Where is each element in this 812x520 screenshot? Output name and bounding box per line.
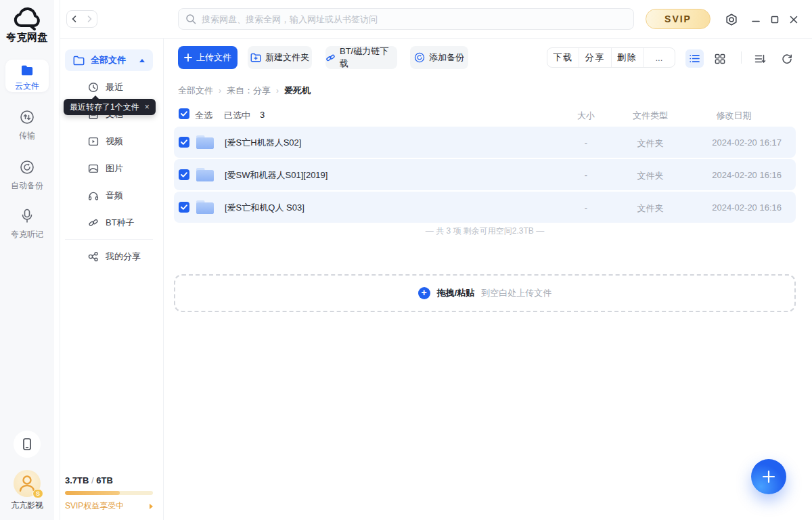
sidebar-item-images[interactable]: 图片 xyxy=(65,159,153,178)
storage-used: 3.7TB xyxy=(65,475,89,485)
column-header-size[interactable]: 大小 xyxy=(566,110,606,122)
add-backup-button[interactable]: 添加备份 xyxy=(410,46,468,69)
dropzone-hint: 到空白处上传文件 xyxy=(481,287,551,299)
svip-benefits-text: SVIP权益享受中 xyxy=(65,500,124,512)
select-all-checkbox[interactable] xyxy=(179,108,189,119)
file-name[interactable]: [爱SW和机器人S01][2019] xyxy=(225,169,328,181)
panel-left-edge xyxy=(60,0,60,520)
row-checkbox[interactable] xyxy=(179,137,189,148)
upload-file-button[interactable]: 上传文件 xyxy=(178,46,238,69)
gear-icon xyxy=(725,13,738,26)
list-header: 全选 已选中 3 大小 文件类型 修改日期 xyxy=(174,107,796,123)
fab-add-button[interactable] xyxy=(751,459,786,494)
recent-transfer-tooltip: 最近转存了1个文件 × xyxy=(64,99,156,115)
tooltip-text: 最近转存了1个文件 xyxy=(70,102,139,113)
user-avatar[interactable]: S xyxy=(14,470,41,497)
file-name[interactable]: [爱S亡和机Q人 S03] xyxy=(225,202,304,214)
back-icon[interactable] xyxy=(70,15,78,23)
user-name: 亢亢影视 xyxy=(0,500,54,511)
plus-icon xyxy=(761,469,776,484)
row-checkbox[interactable] xyxy=(179,202,189,213)
list-view-button[interactable] xyxy=(685,49,704,68)
search-bar[interactable] xyxy=(178,8,634,30)
brand-name: 夸克网盘 xyxy=(0,31,54,44)
rail-item-transfer[interactable]: 传输 xyxy=(5,110,49,142)
sidebar-item-videos[interactable]: 视频 xyxy=(65,132,153,151)
sidebar-item-label: 视频 xyxy=(106,135,123,148)
rail-item-quark-notes[interactable]: 夸克听记 xyxy=(5,209,49,240)
left-rail: 夸克网盘 云文件 传输 自动备份 夸克听记 S 亢亢影视 xyxy=(0,0,54,520)
sidebar-divider xyxy=(163,38,164,520)
new-folder-icon xyxy=(250,53,261,62)
bt-magnet-download-label: BT/磁力链下载 xyxy=(340,45,397,70)
maximize-button[interactable] xyxy=(766,11,784,28)
breadcrumb-item[interactable]: 全部文件 xyxy=(178,85,213,97)
refresh-button[interactable] xyxy=(779,51,795,67)
audio-icon xyxy=(88,190,99,201)
minimize-button[interactable] xyxy=(747,11,765,28)
sidebar-item-label: 全部文件 xyxy=(91,54,139,66)
rail-item-label: 云文件 xyxy=(5,81,49,92)
storage-separator: / xyxy=(89,475,96,485)
folder-icon xyxy=(196,199,215,215)
sidebar-item-recent[interactable]: 最近 xyxy=(65,78,153,97)
file-row[interactable]: [爱SW和机器人S01][2019] - 文件夹 2024-02-20 16:1… xyxy=(174,159,796,190)
row-checkbox[interactable] xyxy=(179,169,189,180)
transfer-icon xyxy=(20,110,35,125)
sidebar-item-all-files[interactable]: 全部文件 xyxy=(65,49,153,71)
new-folder-button[interactable]: 新建文件夹 xyxy=(248,46,312,69)
file-modified: 2024-02-20 16:16 xyxy=(712,170,782,180)
close-button[interactable] xyxy=(785,11,803,28)
search-icon xyxy=(185,14,196,24)
breadcrumb: 全部文件 › 来自：分享 › 爱死机 xyxy=(178,85,311,97)
svip-button[interactable]: SVIP xyxy=(646,9,710,29)
storage-total: 6TB xyxy=(96,475,113,485)
sidebar-item-audio[interactable]: 音频 xyxy=(65,186,153,205)
column-header-modified[interactable]: 修改日期 xyxy=(715,110,752,122)
search-input[interactable] xyxy=(202,14,627,24)
column-header-type[interactable]: 文件类型 xyxy=(630,110,671,122)
rail-item-auto-backup[interactable]: 自动备份 xyxy=(5,160,49,192)
share-icon xyxy=(88,251,99,262)
storage-progress-bar xyxy=(65,491,153,495)
sidebar-item-label: BT种子 xyxy=(106,217,135,229)
rail-item-label: 夸克听记 xyxy=(5,229,49,240)
file-size: - xyxy=(566,170,606,180)
download-button[interactable]: 下载 xyxy=(547,48,579,67)
auto-backup-icon xyxy=(20,160,35,175)
sort-button[interactable] xyxy=(752,51,768,67)
video-icon xyxy=(88,136,99,147)
delete-button[interactable]: 删除 xyxy=(611,48,643,67)
rail-item-label: 自动备份 xyxy=(5,180,49,192)
bt-magnet-download-button[interactable]: BT/磁力链下载 xyxy=(325,46,397,69)
chevron-right-icon: › xyxy=(276,86,279,95)
upload-dropzone[interactable]: + 拖拽/粘贴 到空白处上传文件 xyxy=(174,274,796,312)
svip-benefits-link[interactable]: SVIP权益享受中 xyxy=(65,500,153,512)
breadcrumb-item[interactable]: 来自：分享 xyxy=(227,85,271,97)
tooltip-close-icon[interactable]: × xyxy=(145,102,150,112)
file-name[interactable]: [爱S亡H机器人S02] xyxy=(225,137,301,149)
file-size: - xyxy=(566,137,606,148)
sidebar-item-bt-seeds[interactable]: BT种子 xyxy=(65,213,153,232)
file-row[interactable]: [爱S亡H机器人S02] - 文件夹 2024-02-20 16:17 xyxy=(174,127,796,158)
close-icon xyxy=(790,16,798,24)
rail-item-cloud-files[interactable]: 云文件 xyxy=(5,60,49,92)
file-row[interactable]: [爱S亡和机Q人 S03] - 文件夹 2024-02-20 16:16 xyxy=(174,192,796,223)
breadcrumb-current: 爱死机 xyxy=(284,85,311,97)
grid-view-icon xyxy=(715,53,725,64)
folder-icon xyxy=(196,134,215,150)
file-modified: 2024-02-20 16:16 xyxy=(712,202,782,213)
tooltip-caret xyxy=(92,95,99,99)
select-all-label[interactable]: 全选 xyxy=(195,110,212,122)
maximize-icon xyxy=(771,16,779,24)
forward-icon[interactable] xyxy=(85,15,93,23)
settings-button[interactable] xyxy=(723,11,740,28)
sidebar-item-label: 最近 xyxy=(106,81,123,93)
more-actions-button[interactable]: ... xyxy=(643,48,675,67)
mobile-app-button[interactable] xyxy=(14,431,41,458)
sidebar-item-my-shares[interactable]: 我的分享 xyxy=(65,247,153,266)
share-button[interactable]: 分享 xyxy=(579,48,610,67)
sort-icon xyxy=(754,53,766,64)
grid-view-button[interactable] xyxy=(712,51,728,67)
history-nav xyxy=(66,10,97,28)
